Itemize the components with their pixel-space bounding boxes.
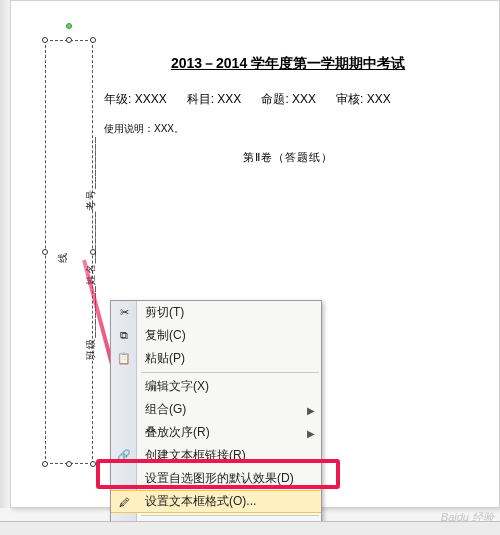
rotate-handle-icon[interactable] (66, 23, 72, 29)
chevron-right-icon: ▶ (307, 402, 315, 419)
menu-edit-text[interactable]: 编辑文字(X) (111, 375, 321, 398)
side-line-text: 线 (56, 253, 70, 263)
menu-label: 粘贴(P) (145, 351, 185, 365)
setter-label: 命题: XXX (261, 91, 316, 108)
scrollbar-area[interactable] (0, 521, 500, 535)
menu-label: 叠放次序(R) (145, 425, 210, 439)
grade-label: 年级: XXXX (104, 91, 167, 108)
resize-handle[interactable] (90, 461, 96, 467)
resize-handle[interactable] (90, 37, 96, 43)
link-icon: 🔗 (116, 447, 132, 463)
menu-group[interactable]: 组合(G) ▶ (111, 398, 321, 421)
menu-separator (141, 372, 319, 373)
section-text: 第Ⅱ卷（答题纸） (100, 150, 476, 165)
subject-label: 科目: XXX (187, 91, 242, 108)
menu-set-autoshape-default[interactable]: 设置自选图形的默认效果(D) (111, 467, 321, 490)
scissors-icon: ✂ (116, 304, 132, 320)
menu-label: 创建文本框链接(R) (145, 448, 246, 462)
reviewer-label: 审核: XXX (336, 91, 391, 108)
context-menu: ✂ 剪切(T) ⧉ 复制(C) 📋 粘贴(P) 编辑文字(X) 组合(G) ▶ … (110, 300, 322, 535)
paste-icon: 📋 (116, 350, 132, 366)
copy-icon: ⧉ (116, 327, 132, 343)
menu-label: 编辑文字(X) (145, 379, 209, 393)
menu-label: 复制(C) (145, 328, 186, 342)
menu-cut[interactable]: ✂ 剪切(T) (111, 301, 321, 324)
menu-order[interactable]: 叠放次序(R) ▶ (111, 421, 321, 444)
menu-paste[interactable]: 📋 粘贴(P) (111, 347, 321, 370)
resize-handle[interactable] (66, 461, 72, 467)
exam-meta-row: 年级: XXXX 科目: XXX 命题: XXX 审核: XXX (100, 91, 476, 108)
vertical-labels: 班级________姓名________考号________ (84, 58, 98, 438)
resize-handle[interactable] (42, 461, 48, 467)
vertical-textbox[interactable]: 线 班级________姓名________考号________ (45, 40, 93, 464)
format-icon: 🖉 (116, 494, 132, 510)
exam-title: 2013－2014 学年度第一学期期中考试 (100, 55, 476, 73)
menu-label: 剪切(T) (145, 305, 184, 319)
page-shadow (0, 0, 10, 508)
menu-separator (141, 515, 319, 516)
resize-handle[interactable] (66, 37, 72, 43)
chevron-right-icon: ▶ (307, 425, 315, 442)
menu-label: 组合(G) (145, 402, 186, 416)
resize-handle[interactable] (42, 37, 48, 43)
document-content: 2013－2014 学年度第一学期期中考试 年级: XXXX 科目: XXX 命… (100, 55, 476, 171)
resize-handle[interactable] (42, 249, 48, 255)
menu-create-textbox-link[interactable]: 🔗 创建文本框链接(R) (111, 444, 321, 467)
menu-copy[interactable]: ⧉ 复制(C) (111, 324, 321, 347)
menu-label: 设置文本框格式(O)... (145, 494, 256, 508)
menu-format-textbox[interactable]: 🖉 设置文本框格式(O)... (111, 490, 321, 513)
menu-label: 设置自选图形的默认效果(D) (145, 471, 294, 485)
instruction-text: 使用说明：XXX。 (100, 122, 476, 136)
